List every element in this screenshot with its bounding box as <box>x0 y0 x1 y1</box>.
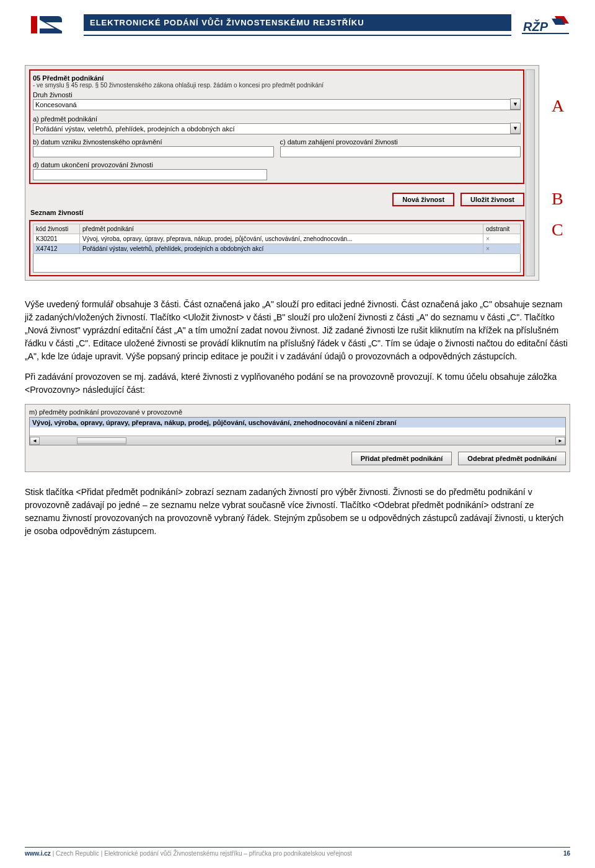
col-kod: kód živnosti <box>33 224 80 234</box>
icz-logo <box>25 12 74 37</box>
provozovny-label: m) předměty podnikání provozované v prov… <box>29 408 566 416</box>
field-d-input[interactable] <box>33 169 267 180</box>
svg-rect-0 <box>31 16 37 33</box>
delete-icon[interactable]: × <box>483 244 521 254</box>
header-title: ELEKTRONICKÉ PODÁNÍ VŮČI ŽIVNOSTENSKÉMU … <box>84 14 511 31</box>
provozovny-item[interactable]: Vývoj, výroba, opravy, úpravy, přeprava,… <box>30 418 565 427</box>
provozovny-panel: m) předměty podnikání provozované v prov… <box>25 404 570 472</box>
svg-text:RŽP: RŽP <box>523 19 549 33</box>
page-footer: www.i.cz | Czech Republic | Elektronické… <box>25 847 570 857</box>
paragraph-3: Stisk tlačítka <Přidat předmět podnikání… <box>25 486 570 538</box>
field-c-label: c) datum zahájení provozování živnosti <box>280 138 521 146</box>
druh-select[interactable] <box>33 99 521 110</box>
field-b-input[interactable] <box>33 146 274 157</box>
chevron-down-icon[interactable]: ▼ <box>510 99 521 110</box>
arrow-left-icon[interactable]: ◄ <box>30 437 40 445</box>
cell-kod: K30201 <box>33 234 80 244</box>
table-row[interactable]: K30201 Vývoj, výroba, opravy, úpravy, př… <box>33 234 521 244</box>
rzp-logo: RŽP <box>521 12 570 37</box>
add-predmet-button[interactable]: Přidat předmět podnikání <box>351 452 452 465</box>
field-a-label: a) předmět podnikání <box>33 115 521 123</box>
paragraph-2: Při zadávání provozoven se mj. zadává, k… <box>25 370 570 397</box>
annotation-c: C <box>552 220 563 240</box>
abc-annotations: A B C <box>552 65 570 240</box>
col-odstranit: odstranit <box>483 224 521 234</box>
form-panel-zivnost: 05 Předmět podnikání - ve smyslu § 45 re… <box>25 65 539 281</box>
field-b-label: b) datum vzniku živnostenského oprávnění <box>33 138 274 146</box>
provozovny-list[interactable]: Vývoj, výroba, opravy, úpravy, přeprava,… <box>29 417 566 445</box>
cell-predmet: Vývoj, výroba, opravy, úpravy, přeprava,… <box>80 234 483 244</box>
section-05-subtitle: - ve smyslu § 45 resp. § 50 živnostenské… <box>33 82 521 89</box>
field-d-label: d) datum ukončení provozování živnosti <box>33 161 267 169</box>
seznam-title: Seznam živností <box>30 209 524 216</box>
field-a-input[interactable] <box>33 123 521 134</box>
region-a-edit: 05 Předmět podnikání - ve smyslu § 45 re… <box>29 69 524 184</box>
annotation-b: B <box>552 189 563 209</box>
region-c-list: kód živnosti předmět podnikání odstranit… <box>29 220 524 276</box>
table-row[interactable]: X47412 Pořádání výstav, veletrhů, přehlí… <box>33 244 521 254</box>
zivnosti-table: kód živnosti předmět podnikání odstranit… <box>33 224 521 254</box>
footer-url: www.i.cz <box>25 850 51 857</box>
cell-kod: X47412 <box>33 244 80 254</box>
footer-text: | Czech Republic | Elektronické podání v… <box>51 850 352 857</box>
paragraph-1: Výše uvedený formulář obsahuje 3 části. … <box>25 298 570 363</box>
new-zivnost-button[interactable]: Nová živnost <box>392 193 454 206</box>
scrollbar-horizontal[interactable]: ◄ ► <box>30 436 565 445</box>
save-zivnost-button[interactable]: Uložit živnost <box>461 193 524 206</box>
header-rule <box>84 35 511 36</box>
page-header: ELEKTRONICKÉ PODÁNÍ VŮČI ŽIVNOSTENSKÉMU … <box>25 12 570 37</box>
cell-predmet: Pořádání výstav, veletrhů, přehlídek, pr… <box>80 244 483 254</box>
delete-icon[interactable]: × <box>483 234 521 244</box>
druh-label: Druh živnosti <box>33 91 521 99</box>
region-b-buttons: Nová živnost Uložit živnost <box>30 193 524 206</box>
field-c-input[interactable] <box>280 146 521 157</box>
chevron-down-icon[interactable]: ▼ <box>510 123 521 134</box>
col-predmet: předmět podnikání <box>80 224 483 234</box>
annotation-a: A <box>552 96 564 116</box>
section-05-title: 05 Předmět podnikání <box>33 74 521 82</box>
page-number: 16 <box>563 850 570 857</box>
scrollbar-vertical[interactable] <box>526 69 535 276</box>
header-title-band: ELEKTRONICKÉ PODÁNÍ VŮČI ŽIVNOSTENSKÉMU … <box>84 14 511 36</box>
scrollbar-thumb[interactable] <box>77 437 126 444</box>
remove-predmet-button[interactable]: Odebrat předmět podnikání <box>458 452 566 465</box>
arrow-right-icon[interactable]: ► <box>555 437 565 445</box>
